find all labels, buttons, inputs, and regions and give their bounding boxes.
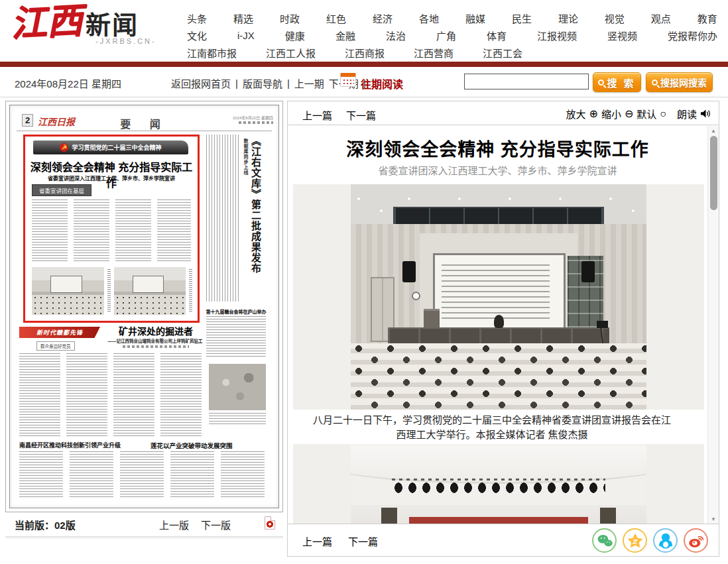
prev-article-link-bottom[interactable]: 上一篇: [302, 534, 332, 548]
zoom-in-icon[interactable]: ⊕: [589, 109, 597, 119]
weibo-share-icon[interactable]: [684, 528, 708, 553]
paper-photo-1: [32, 267, 104, 315]
page-preview-footer: 当前版：02版 上一版 下一版: [5, 516, 283, 534]
nav-toutiao[interactable]: 头条: [187, 11, 207, 25]
header-divider-bar: [0, 62, 728, 67]
paper-bottom-body-columns: [19, 451, 266, 499]
nav-jiangxi-gongrenbao[interactable]: 江西工人报: [266, 46, 316, 60]
nav-shijue[interactable]: 视觉: [605, 11, 625, 25]
site-logo[interactable]: 江西 新闻 -JXRBS.CN-: [11, 5, 176, 45]
zoom-default-label[interactable]: 默认: [637, 107, 656, 121]
highlighted-article-region[interactable]: ☭ 学习贯彻党的二十届三中全会精神 深刻领会全会精神 充分指导实际工作 省委宣讲…: [23, 135, 200, 323]
nav-rongmei[interactable]: 融媒: [465, 11, 485, 25]
next-article-link-top[interactable]: 下一篇: [346, 108, 376, 122]
paper-mine-headline: 矿井深处的掘进者: [101, 324, 210, 337]
photo-audience: [32, 295, 104, 315]
current-page-text: 当前版：: [15, 520, 54, 531]
article-panel: 上一篇 下一篇 放大 ⊕ 缩小 ⊖ 默认 ○ 朗读 深刻领会全会精神 充分指导实…: [287, 101, 719, 557]
nav-jiangxi-shangbao[interactable]: 江西商报: [345, 46, 385, 60]
photo-audience: [114, 295, 186, 315]
photo-speaker-right: [581, 261, 595, 282]
next-article-link-bottom[interactable]: 下一篇: [348, 534, 378, 548]
logo-domain-text: -JXRBS.CN-: [95, 37, 176, 45]
search-button[interactable]: 搜 索: [593, 72, 641, 92]
article-toolbar: 上一篇 下一篇 放大 ⊕ 缩小 ⊖ 默认 ○ 朗读: [288, 101, 719, 125]
paper-article-banner: ☭ 学习贯彻党的二十届三中全会精神: [33, 141, 188, 154]
paper-right-news-headline: 第十九届赣台会将在庐山举办: [205, 308, 267, 315]
nav-jiaoyu[interactable]: 教育: [698, 11, 717, 25]
nav-jingji[interactable]: 经济: [373, 11, 393, 25]
nav-guangjiao[interactable]: 广角: [436, 28, 456, 42]
next-page-link[interactable]: 下一版: [201, 518, 231, 532]
paper-ribbon-logo: 新时代赣鄱先锋: [19, 327, 100, 338]
prev-page-link[interactable]: 上一版: [159, 518, 189, 532]
zoom-out-label[interactable]: 缩小: [601, 107, 621, 121]
paper-mine-byline: [123, 345, 189, 348]
nav-jiankang[interactable]: 健康: [285, 28, 305, 42]
nav-shizheng[interactable]: 时政: [280, 11, 300, 25]
site-search-button[interactable]: 搜报网搜索: [646, 72, 713, 92]
scrollbar-down-arrow[interactable]: ▼: [708, 516, 719, 522]
photo-camera: [597, 321, 608, 328]
qzone-share-icon[interactable]: [623, 528, 647, 553]
archive-link[interactable]: 往期阅读: [361, 76, 403, 91]
layout-nav-link[interactable]: 版面导航: [243, 76, 282, 90]
paper-header-rule: [17, 131, 272, 131]
nav-row-1: 头条 精选 时政 红色 经济 各地 融媒 民生 理论 视觉 观点 教育: [187, 9, 717, 27]
nav-jiangnan-dushibao[interactable]: 江南都市报: [187, 46, 237, 60]
nav-minsheng[interactable]: 民生: [512, 11, 532, 25]
read-aloud-label[interactable]: 朗读: [677, 107, 697, 121]
photo-pillar-right: [600, 508, 616, 524]
party-emblem-icon: ☭: [60, 143, 68, 152]
top-navigation: 头条 精选 时政 红色 经济 各地 融媒 民生 理论 视觉 观点 教育 文化 i…: [187, 9, 717, 61]
scrollbar-thumb[interactable]: [710, 136, 717, 210]
zoom-default-icon[interactable]: ○: [660, 109, 666, 119]
paper-mid-body-columns: [19, 353, 202, 437]
photo-caption-column: [107, 269, 111, 311]
newspaper-page-image[interactable]: 2 江西日报 要 闻 2024年8月22日 星期四 ☭ 学习贯彻党的二十届三中全…: [9, 105, 279, 508]
photo-presenter: [494, 315, 504, 328]
logo-jiangxi-text: 江西: [10, 3, 84, 41]
search-input[interactable]: [464, 74, 589, 89]
paper-miner-caption: [209, 413, 266, 425]
paper-bottom-right-headline: 莲花以产业突破带动发展突围: [151, 441, 247, 450]
nav-guandian[interactable]: 观点: [651, 11, 671, 25]
nav-jingxuan[interactable]: 精选: [233, 11, 253, 25]
article-scrollbar[interactable]: ▲ ▼: [707, 126, 719, 524]
pdf-download-icon[interactable]: [265, 516, 275, 530]
nav-row-2: 文化 i-JX 健康 金融 法治 广角 体育 江报视频 竖视频 党报帮你办: [187, 27, 717, 44]
nav-jiangbao-video[interactable]: 江报视频: [537, 28, 577, 42]
nav-shu-video[interactable]: 竖视频: [607, 28, 637, 42]
nav-row-3: 江南都市报 江西工人报 江西商报 江西营商 江西工会: [187, 44, 717, 61]
scrollbar-up-arrow[interactable]: ▲: [708, 128, 719, 134]
speaker-icon[interactable]: [700, 109, 711, 119]
nav-jiangxi-gonghui[interactable]: 江西工会: [483, 46, 522, 60]
nav-tiyu[interactable]: 体育: [487, 28, 507, 42]
paper-right-column-text: [206, 135, 239, 302]
paper-mine-subhead: ——记江西钨业山瑞钨业有限公司上坪钨矿风钻工: [93, 337, 217, 344]
nav-wenhua[interactable]: 文化: [187, 28, 207, 42]
prev-article-link-top[interactable]: 上一篇: [302, 108, 332, 122]
paper-ribbon-tag: 群众身边好党员: [36, 341, 75, 351]
nav-jiangxi-yingshang[interactable]: 江西营商: [414, 46, 454, 60]
nav-ijx[interactable]: i-JX: [237, 30, 255, 41]
nav-lilun[interactable]: 理论: [558, 11, 578, 25]
paper-article-tag: 省委宣讲团在基层: [32, 184, 91, 196]
article-subtitle: 省委宣讲团深入江西理工大学、萍乡市、萍乡学院宣讲: [298, 163, 697, 177]
calendar-icon[interactable]: [340, 73, 356, 87]
article-title: 深刻领会全会精神 充分指导实际工作: [298, 135, 697, 161]
paper-dateline: 2024年8月22日 星期四: [233, 115, 273, 121]
zoom-in-label[interactable]: 放大: [566, 107, 585, 121]
wechat-share-icon[interactable]: [592, 528, 617, 553]
zoom-out-icon[interactable]: ⊖: [625, 109, 633, 119]
nav-fazhi[interactable]: 法治: [386, 28, 406, 42]
nav-dangbao-help[interactable]: 党报帮你办: [668, 28, 717, 42]
prev-issue-link[interactable]: 上一期: [294, 76, 324, 90]
nav-jinrong[interactable]: 金融: [335, 28, 355, 42]
nav-gedi[interactable]: 各地: [419, 11, 439, 25]
stage-photo: 学习贯彻党的二十届三中全会精神省委宣讲团报告会: [351, 444, 646, 524]
nav-hongse[interactable]: 红色: [326, 11, 346, 25]
back-to-site-link[interactable]: 返回报网首页: [171, 76, 231, 90]
qq-share-icon[interactable]: [653, 528, 678, 553]
page: 江西 新闻 -JXRBS.CN- 头条 精选 时政 红色 经济 各地 融媒 民生…: [0, 0, 728, 564]
